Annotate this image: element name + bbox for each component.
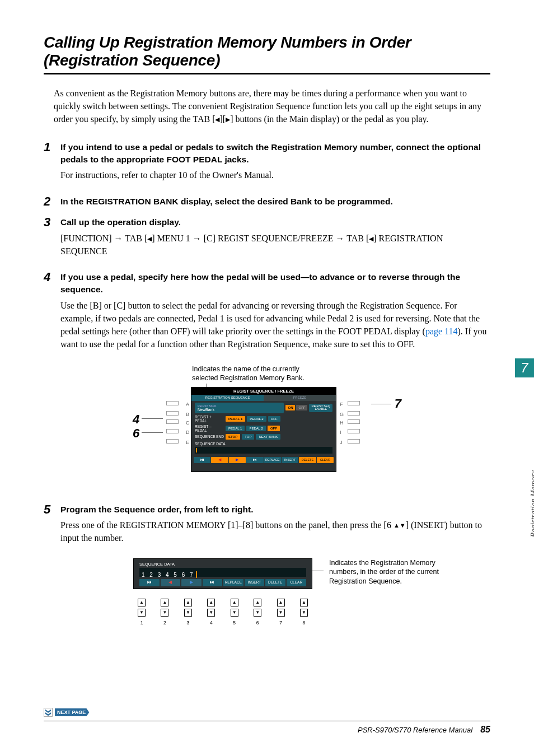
side-button[interactable] xyxy=(166,439,179,444)
down-button[interactable]: ▼ xyxy=(138,609,146,617)
d2-btn-replace[interactable]: REPLACE xyxy=(223,579,243,586)
side-letter: F xyxy=(340,402,343,407)
step-number: 4 xyxy=(44,271,60,358)
lcd-bank-name: NewBank xyxy=(198,408,281,412)
lcd-screen: REGIST SEQUENCE / FREEZE REGISTRATION SE… xyxy=(191,387,336,472)
side-button[interactable] xyxy=(348,439,360,444)
col-num: 6 xyxy=(256,620,259,626)
up-button[interactable]: ▲ xyxy=(300,599,308,606)
lcd-bank-box: REGIST BANK NewBank xyxy=(195,403,284,413)
step-1-head: If you intend to use a pedal or pedals t… xyxy=(60,141,490,165)
chapter-number: 7 xyxy=(515,358,534,377)
lcd-btn-first[interactable]: ⏮ xyxy=(194,457,210,463)
lcd-btn-next[interactable]: ▶ xyxy=(229,457,246,463)
down-button[interactable]: ▼ xyxy=(300,609,308,617)
side-button[interactable] xyxy=(166,401,179,405)
lcd-btn-insert[interactable]: INSERT xyxy=(282,457,298,463)
chapter-label: Registration Memory xyxy=(530,470,534,537)
col-num: 2 xyxy=(163,620,166,626)
lcd-seq-box xyxy=(195,447,332,454)
col-5: ▲▼5 xyxy=(231,599,238,626)
next-page-icon xyxy=(44,708,53,717)
side-button[interactable] xyxy=(166,411,179,416)
callout-line xyxy=(142,432,163,433)
up-button[interactable]: ▲ xyxy=(184,599,192,606)
tri-up-icon: ▲ xyxy=(394,522,400,529)
up-button[interactable]: ▲ xyxy=(254,599,261,606)
down-button[interactable]: ▼ xyxy=(231,609,238,617)
col-1: ▲▼1 xyxy=(138,599,146,626)
lcd-on-off[interactable]: ON OFF xyxy=(285,405,307,410)
d2-btn-first[interactable]: ⏮ xyxy=(139,579,160,586)
d2-btn-prev[interactable]: ◀ xyxy=(161,579,181,586)
lcd-seqlabel: SEQUENCE DATA xyxy=(195,442,332,446)
step-number: 5 xyxy=(44,503,60,553)
up-button[interactable]: ▲ xyxy=(138,599,146,606)
step-4-head: If you use a pedal, specify here how the… xyxy=(60,271,490,295)
d2-btn-next[interactable]: ▶ xyxy=(181,579,202,586)
caption-line xyxy=(312,571,324,571)
step-5: 5 Program the Sequence order, from left … xyxy=(44,503,490,553)
opt-nextbank[interactable]: NEXT BANK xyxy=(256,434,280,440)
step-5-text: Press one of the REGISTRATION MEMORY [1]… xyxy=(60,519,490,544)
row-label: SEQUENCE END xyxy=(195,435,224,438)
down-button[interactable]: ▼ xyxy=(207,609,215,617)
up-button[interactable]: ▲ xyxy=(207,599,215,606)
down-button[interactable]: ▼ xyxy=(254,609,261,617)
page-link[interactable]: page 114 xyxy=(425,326,458,336)
lcd-btn-last[interactable]: ⏭ xyxy=(246,457,263,463)
opt-pedal1[interactable]: PEDAL 1 xyxy=(226,416,245,422)
page-footer: PSR-S970/S770 Reference Manual 85 xyxy=(44,721,490,735)
s5-a: Press one of the REGISTRATION MEMORY [1]… xyxy=(60,520,394,530)
opt-off[interactable]: OFF xyxy=(268,426,280,431)
col-num: 3 xyxy=(186,620,189,626)
side-button[interactable] xyxy=(166,419,179,424)
d2-btn-clear[interactable]: CLEAR xyxy=(287,579,307,586)
up-button[interactable]: ▲ xyxy=(161,599,168,606)
d2-btn-insert[interactable]: INSERT xyxy=(245,579,265,586)
side-button[interactable] xyxy=(166,429,179,433)
s3-b: ] MENU 1 → [C] REGIST SEQUENCE/FREEZE → … xyxy=(152,234,369,243)
step-number: 3 xyxy=(44,216,60,265)
lcd-tab-freeze[interactable]: FREEZE xyxy=(264,395,336,401)
side-button[interactable] xyxy=(348,429,360,433)
opt-off[interactable]: OFF xyxy=(268,416,280,422)
lcd-btn-delete[interactable]: DELETE xyxy=(299,457,316,463)
chapter-side-tab: 7 Registration Memory xyxy=(515,358,534,493)
side-letter: C xyxy=(186,420,190,426)
intro-b: ][ xyxy=(219,114,226,124)
step-5-head: Program the Sequence order, from left to… xyxy=(60,503,490,516)
opt-top[interactable]: TOP xyxy=(242,434,254,440)
updown-buttons: ▲▼1 ▲▼2 ▲▼3 ▲▼4 ▲▼5 ▲▼6 ▲▼7 ▲▼8 xyxy=(133,599,312,626)
lcd-btn-replace[interactable]: REPLACE xyxy=(264,457,281,463)
up-button[interactable]: ▲ xyxy=(231,599,238,606)
opt-stop[interactable]: STOP xyxy=(226,434,240,440)
next-page-badge[interactable]: NEXT PAGE xyxy=(44,708,89,717)
side-letter: H xyxy=(340,420,344,426)
lcd-btn-clear[interactable]: CLEAR xyxy=(317,457,334,463)
lcd-btn-prev[interactable]: ◀ xyxy=(211,457,228,463)
step-1: 1 If you intend to use a pedal or pedals… xyxy=(44,141,490,190)
tri-down-icon: ▼ xyxy=(400,522,406,529)
col-num: 8 xyxy=(303,620,306,626)
down-button[interactable]: ▼ xyxy=(277,609,285,617)
lcd-tab-regseq[interactable]: REGISTRATION SEQUENCE xyxy=(191,395,264,401)
opt-pedal2[interactable]: PEDAL 2 xyxy=(247,416,266,422)
side-button[interactable] xyxy=(348,419,360,424)
down-button[interactable]: ▼ xyxy=(161,609,168,617)
s4-a: Use the [B] or [C] button to select the … xyxy=(60,301,480,336)
cursor-icon xyxy=(196,571,197,578)
d2-bottom-buttons: ⏮ ◀ ▶ ⏭ REPLACE INSERT DELETE CLEAR xyxy=(139,579,306,586)
d2-btn-last[interactable]: ⏭ xyxy=(203,579,223,586)
up-button[interactable]: ▲ xyxy=(277,599,285,606)
opt-pedal1[interactable]: PEDAL 1 xyxy=(226,426,245,431)
side-button[interactable] xyxy=(348,401,360,405)
lcd-on: ON xyxy=(285,405,295,410)
side-letter: B xyxy=(186,412,189,417)
opt-pedal2[interactable]: PEDAL 2 xyxy=(246,426,265,431)
intro-paragraph: As convenient as the Registration Memory… xyxy=(54,87,490,126)
down-button[interactable]: ▼ xyxy=(184,609,192,617)
side-button[interactable] xyxy=(348,411,360,416)
d2-databox: 1 2 3 4 5 6 7 xyxy=(139,568,306,577)
d2-btn-delete[interactable]: DELETE xyxy=(265,579,285,586)
